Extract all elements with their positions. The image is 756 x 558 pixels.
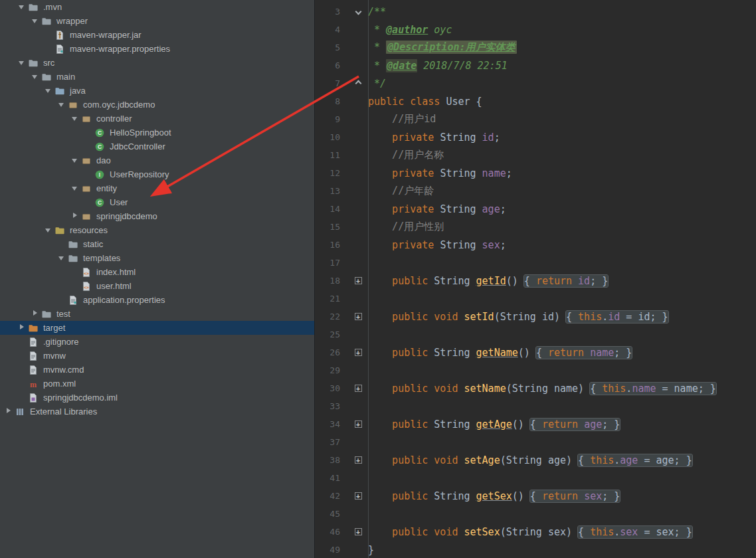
fold-expand-icon[interactable]: + <box>355 385 362 392</box>
tree-item-wrapper[interactable]: wrapper <box>0 14 314 28</box>
editor-panel[interactable]: 3/**4 * @author oyc5 * @Description:用户实体… <box>315 0 756 558</box>
chevron-collapsed-icon[interactable] <box>69 209 81 223</box>
code-token: { <box>578 454 590 466</box>
folded-code-region[interactable]: { return name; } <box>536 347 632 359</box>
libraries-icon <box>15 407 27 417</box>
chevron-expanded-icon[interactable] <box>69 153 81 167</box>
folded-code-region[interactable]: { this.age = age; } <box>578 454 692 466</box>
code-token: String <box>434 347 476 359</box>
tree-item-mvn[interactable]: .mvn <box>0 0 314 14</box>
tree-item-test[interactable]: test <box>0 307 314 321</box>
fold-expand-icon[interactable]: + <box>355 313 362 320</box>
text-file-icon <box>28 351 40 361</box>
tree-item-application-properties[interactable]: application.properties <box>0 293 314 307</box>
code-token: ; } <box>602 490 620 502</box>
fold-expand-icon[interactable]: + <box>355 492 362 500</box>
code-token: * <box>368 41 386 53</box>
code-token: age <box>482 203 500 215</box>
code-token: = id; } <box>620 311 668 323</box>
tree-item-label: mvnw <box>43 351 66 361</box>
chevron-expanded-icon[interactable] <box>56 251 68 265</box>
code-token: getAge <box>476 418 512 430</box>
fold-expand-icon[interactable]: + <box>355 528 362 535</box>
tree-item-static[interactable]: static <box>0 237 314 251</box>
folded-code-region[interactable]: { return age; } <box>530 418 620 430</box>
tree-item-springjdbcdemo[interactable]: springjdbcdemo <box>0 209 314 223</box>
chevron-collapsed-icon[interactable] <box>16 321 28 335</box>
folded-code-region[interactable]: { this.sex = sex; } <box>578 526 692 538</box>
code-token: ; <box>500 239 506 251</box>
fold-expand-icon[interactable]: + <box>355 456 362 464</box>
tree-item-index-html[interactable]: <>index.html <box>0 265 314 279</box>
tree-item-mvnw[interactable]: mvnw <box>0 349 314 363</box>
iml-file-icon <box>28 393 40 403</box>
twisty-spacer <box>69 279 81 293</box>
twisty-spacer <box>43 28 54 42</box>
tree-item-label: HelloSpringboot <box>110 128 171 138</box>
chevron-collapsed-icon[interactable] <box>3 405 15 418</box>
chevron-expanded-icon[interactable] <box>43 223 54 237</box>
code-token: { <box>578 526 590 538</box>
tree-item-label: springjdbcdemo.iml <box>43 393 118 403</box>
code-line-5: 5 * @Description:用户实体类 <box>315 39 756 56</box>
chevron-expanded-icon[interactable] <box>29 70 41 84</box>
tree-item-maven-wrapper-jar[interactable]: maven-wrapper.jar <box>0 28 314 42</box>
code-token: ; } <box>602 418 620 430</box>
line-number: 11 <box>315 150 348 160</box>
tree-item-pom-xml[interactable]: mpom.xml <box>0 377 314 391</box>
code-token: . <box>614 526 620 538</box>
tree-item-templates[interactable]: templates <box>0 251 314 265</box>
code-token: ; <box>506 167 512 179</box>
tree-item-user[interactable]: CUser <box>0 195 314 209</box>
code-token: id <box>578 275 590 287</box>
chevron-collapsed-icon[interactable] <box>29 307 41 321</box>
fold-end-icon[interactable] <box>355 80 361 87</box>
tree-item-mvnw-cmd[interactable]: mvnw.cmd <box>0 363 314 377</box>
chevron-expanded-icon[interactable] <box>16 56 28 70</box>
tree-item-entity[interactable]: entity <box>0 181 314 195</box>
code-text: public class User { <box>368 96 482 108</box>
folded-code-region[interactable]: { this.name = name; } <box>590 383 716 395</box>
code-token: ; <box>494 132 500 143</box>
twisty-spacer <box>43 42 54 56</box>
fold-expand-icon[interactable]: + <box>355 420 362 428</box>
tree-item-target[interactable]: target <box>0 321 314 335</box>
tree-item-com-oyc-jdbcdemo[interactable]: com.oyc.jdbcdemo <box>0 98 314 112</box>
tree-item-controller[interactable]: controller <box>0 112 314 126</box>
folded-code-region[interactable]: { return id; } <box>524 275 608 287</box>
tree-item-jdbccontroller[interactable]: CJdbcController <box>0 140 314 153</box>
fold-expand-icon[interactable]: + <box>355 349 362 356</box>
tree-item-userrepository[interactable]: IUserRepository <box>0 167 314 181</box>
editor-code-area: 3/**4 * @author oyc5 * @Description:用户实体… <box>315 3 756 558</box>
tree-item-java[interactable]: java <box>0 84 314 98</box>
fold-start-icon[interactable] <box>355 9 361 15</box>
tree-item-user-html[interactable]: <>user.html <box>0 279 314 293</box>
twisty-spacer <box>16 349 28 363</box>
code-line-13: 13 //户年龄 <box>315 182 756 200</box>
tree-item-dao[interactable]: dao <box>0 153 314 167</box>
tree-item-label: controller <box>96 114 132 124</box>
folded-code-region[interactable]: { return sex; } <box>530 490 620 502</box>
tree-item-resources[interactable]: resources <box>0 223 314 237</box>
tree-item-label: maven-wrapper.properties <box>70 44 170 54</box>
tree-item-springjdbcdemo-iml[interactable]: springjdbcdemo.iml <box>0 391 314 405</box>
folded-code-region[interactable]: { this.id = id; } <box>566 311 668 323</box>
code-token: sex <box>620 526 638 538</box>
tree-item-hellospringboot[interactable]: CHelloSpringboot <box>0 126 314 140</box>
tree-item-main[interactable]: main <box>0 70 314 84</box>
chevron-expanded-icon[interactable] <box>69 112 81 126</box>
tree-item-src[interactable]: src <box>0 56 314 70</box>
chevron-expanded-icon[interactable] <box>43 84 54 98</box>
tree-item-gitignore[interactable]: .gitignore <box>0 335 314 349</box>
chevron-expanded-icon[interactable] <box>29 14 41 28</box>
svg-text:I: I <box>99 171 100 178</box>
chevron-expanded-icon[interactable] <box>69 181 81 195</box>
project-tree-panel: .mvnwrappermaven-wrapper.jarmaven-wrappe… <box>0 0 315 558</box>
tree-item-maven-wrapper-properties[interactable]: maven-wrapper.properties <box>0 42 314 56</box>
tree-item-external-libraries[interactable]: External Libraries <box>0 405 314 418</box>
chevron-expanded-icon[interactable] <box>16 0 28 14</box>
folder-source-icon <box>54 86 66 96</box>
code-token: name <box>482 167 506 179</box>
chevron-expanded-icon[interactable] <box>56 98 68 112</box>
fold-expand-icon[interactable]: + <box>355 277 362 284</box>
